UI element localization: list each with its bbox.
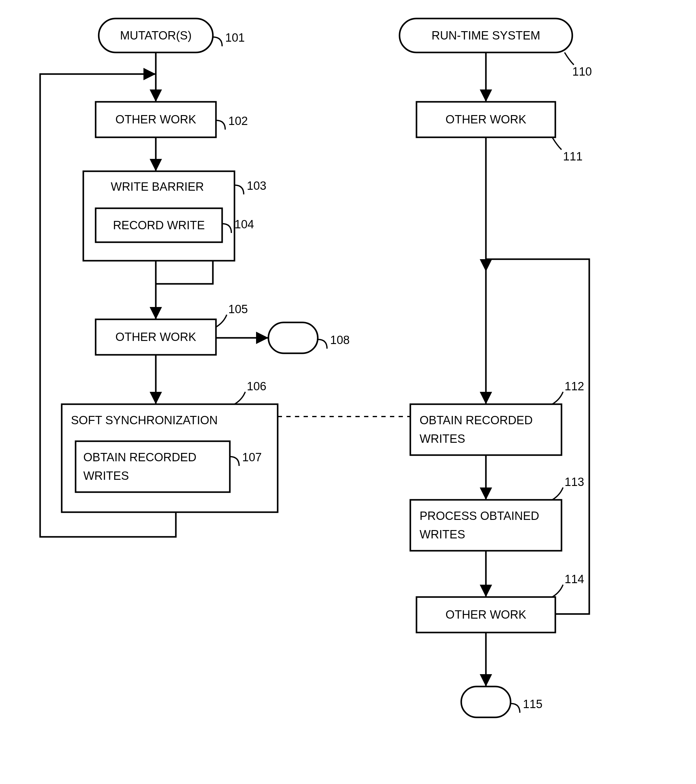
num-106: 106 <box>247 380 266 393</box>
arrow-103-105 <box>150 307 162 320</box>
node-112 <box>410 404 561 455</box>
node-107-line2: WRITES <box>83 469 129 482</box>
num-115: 115 <box>523 698 542 711</box>
arrow-114-115 <box>480 674 492 687</box>
node-115 <box>461 687 510 717</box>
num-114: 114 <box>564 573 584 586</box>
lead-110 <box>564 53 574 65</box>
lead-111 <box>552 137 561 150</box>
lead-105 <box>216 315 227 327</box>
num-110: 110 <box>572 65 592 78</box>
lead-115 <box>510 703 520 713</box>
lead-101 <box>213 37 222 46</box>
arrow-105-106 <box>150 392 162 404</box>
lead-108 <box>318 339 327 349</box>
num-103: 103 <box>247 179 266 192</box>
lead-114 <box>552 585 563 597</box>
arrow-110-111 <box>480 89 492 102</box>
flowchart: MUTATOR(S) 101 OTHER WORK 102 WRITE BARR… <box>0 0 696 784</box>
arrow-102-103 <box>150 159 162 171</box>
arrow-101-102 <box>150 89 162 102</box>
num-105: 105 <box>228 303 248 316</box>
node-107-line1: OBTAIN RECORDED <box>83 451 196 464</box>
node-101-label: MUTATOR(S) <box>120 29 192 42</box>
num-111: 111 <box>563 150 582 163</box>
lead-106 <box>234 392 245 404</box>
lead-102 <box>216 120 225 130</box>
node-113-line1: PROCESS OBTAINED <box>420 509 539 522</box>
node-107 <box>76 441 230 492</box>
arrow-113-114 <box>480 585 492 597</box>
node-110-label: RUN-TIME SYSTEM <box>432 29 541 42</box>
node-102-label: OTHER WORK <box>115 113 196 126</box>
num-112: 112 <box>564 380 584 393</box>
arrow-loop-top <box>143 68 156 80</box>
arrow-111-112 <box>480 392 492 404</box>
num-113: 113 <box>564 476 584 488</box>
node-111-label: OTHER WORK <box>446 113 527 126</box>
lead-112 <box>552 392 563 404</box>
node-113-line2: WRITES <box>420 528 465 541</box>
node-112-line1: OBTAIN RECORDED <box>420 414 533 427</box>
node-112-line2: WRITES <box>420 432 465 445</box>
arrow-105-108 <box>256 332 268 344</box>
node-105-label: OTHER WORK <box>115 331 196 343</box>
arrow-loopjoin <box>480 259 492 272</box>
lead-113 <box>552 488 563 500</box>
node-114-label: OTHER WORK <box>446 608 527 621</box>
num-102: 102 <box>228 114 248 127</box>
num-107: 107 <box>242 451 262 464</box>
lead-103 <box>234 185 244 194</box>
node-113 <box>410 500 561 551</box>
num-101: 101 <box>225 31 245 44</box>
arrow-112-113 <box>480 488 492 500</box>
node-106-label: SOFT SYNCHRONIZATION <box>71 414 218 427</box>
num-108: 108 <box>330 334 350 346</box>
node-104-label: RECORD WRITE <box>113 219 205 232</box>
node-108 <box>268 323 318 353</box>
num-104: 104 <box>234 218 254 231</box>
node-103-label: WRITE BARRIER <box>111 180 204 193</box>
edge-103-loop <box>156 261 213 284</box>
